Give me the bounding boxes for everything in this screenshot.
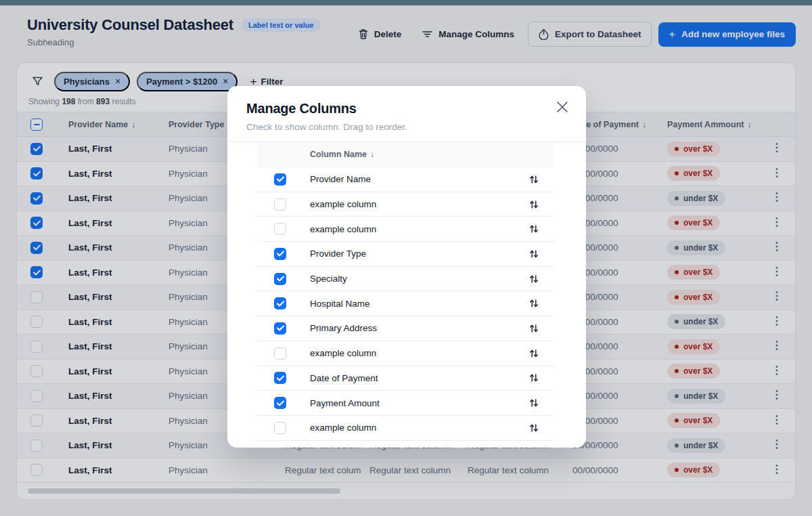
column-checkbox[interactable] (274, 322, 286, 335)
reorder-handle[interactable] (529, 372, 539, 383)
column-list-item: Primary Address (257, 316, 554, 341)
close-icon (555, 100, 570, 114)
column-item-label: Primary Address (310, 323, 377, 333)
column-list-item: Provider Name (257, 167, 554, 192)
up-down-arrows-icon (529, 199, 539, 210)
modal-title: Manage Columns (246, 101, 567, 116)
column-item-label: Provider Name (310, 174, 371, 184)
check-icon (277, 301, 284, 307)
reorder-handle[interactable] (529, 274, 539, 284)
modal-subtitle: Check to show column. Drag to reorder. (246, 122, 567, 142)
column-item-label: Payment Amount (310, 398, 380, 408)
column-item-label: Provider Type (310, 249, 366, 259)
sort-arrow-icon: ↓ (370, 150, 374, 159)
up-down-arrows-icon (529, 348, 539, 359)
reorder-handle[interactable] (529, 199, 539, 210)
up-down-arrows-icon (529, 223, 539, 234)
column-checkbox[interactable] (274, 422, 286, 434)
column-list-item: Provider Type (257, 242, 554, 267)
column-list-item: example column (257, 341, 554, 366)
reorder-handle[interactable] (529, 249, 539, 259)
column-checkbox[interactable] (274, 397, 286, 409)
reorder-handle[interactable] (529, 174, 539, 185)
column-list-item: Payment Amount (257, 391, 554, 416)
up-down-arrows-icon (529, 249, 539, 259)
check-icon (277, 325, 284, 331)
reorder-handle[interactable] (529, 348, 539, 359)
column-checkbox[interactable] (274, 248, 286, 260)
column-item-label: example column (310, 348, 376, 358)
modal-close-button[interactable] (551, 95, 574, 121)
column-checkbox[interactable] (274, 273, 286, 285)
column-checkbox[interactable] (274, 198, 286, 211)
column-list-item: example column (257, 192, 554, 217)
column-item-label: Specialty (310, 274, 347, 284)
column-list-item: Specialty (257, 267, 554, 292)
column-checkbox[interactable] (274, 297, 286, 309)
up-down-arrows-icon (529, 298, 539, 309)
column-item-label: Date of Payment (310, 373, 378, 383)
column-list-item: example column (257, 416, 554, 441)
column-checkbox[interactable] (274, 173, 286, 186)
up-down-arrows-icon (529, 274, 539, 284)
column-item-label: example column (310, 199, 376, 209)
column-checkbox[interactable] (274, 347, 286, 360)
check-icon (277, 276, 284, 282)
up-down-arrows-icon (529, 174, 539, 185)
column-item-label: Hospital Name (310, 299, 370, 309)
column-list-header[interactable]: Column Name ↓ (257, 142, 554, 167)
column-list-item: Hospital Name (257, 291, 554, 316)
up-down-arrows-icon (529, 397, 539, 408)
reorder-handle[interactable] (529, 298, 539, 309)
check-icon (277, 251, 284, 257)
reorder-handle[interactable] (529, 323, 539, 334)
reorder-handle[interactable] (529, 397, 539, 408)
column-list-item: Date of Payment (257, 366, 554, 391)
check-icon (277, 400, 284, 406)
column-item-label: example column (310, 224, 376, 234)
column-checkbox[interactable] (274, 372, 286, 384)
up-down-arrows-icon (529, 372, 539, 383)
reorder-handle[interactable] (529, 423, 539, 433)
manage-columns-modal: Manage Columns Check to show column. Dra… (227, 86, 586, 448)
column-item-label: example column (310, 423, 376, 433)
check-icon (277, 176, 284, 182)
column-list: Column Name ↓ Provider Name (257, 142, 554, 441)
column-checkbox[interactable] (274, 223, 286, 235)
check-icon (277, 375, 284, 381)
column-list-item: example column (257, 217, 554, 242)
up-down-arrows-icon (529, 323, 539, 334)
up-down-arrows-icon (529, 423, 539, 433)
reorder-handle[interactable] (529, 223, 539, 234)
